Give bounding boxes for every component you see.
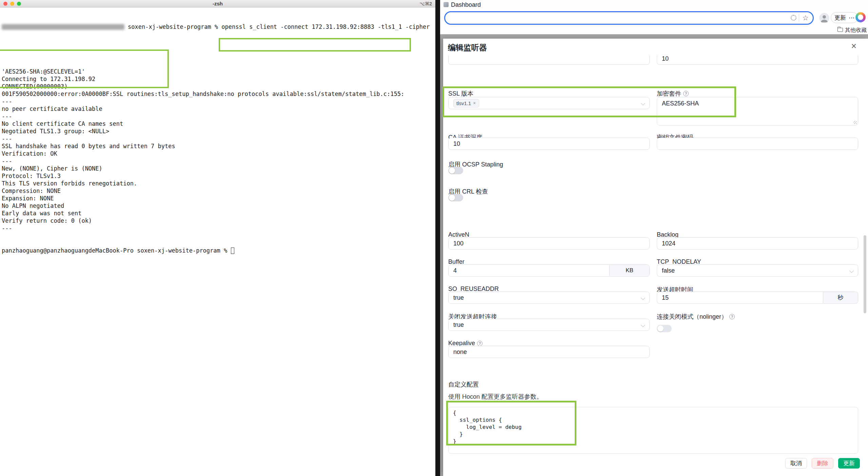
terminal-line: Protocol: TLSv1.3 — [2, 172, 435, 180]
ssl-versions-select[interactable]: tlsv1.1 × — [448, 97, 650, 109]
help-icon[interactable]: ? — [683, 91, 689, 96]
terminal-output[interactable]: soxen-xj-website-program % openssl s_cli… — [0, 7, 435, 476]
chevron-down-icon — [641, 323, 645, 327]
keepalive-input[interactable]: none — [448, 346, 650, 358]
terminal-line: SSL handshake has read 0 bytes and writt… — [2, 142, 435, 150]
activen-input[interactable]: 100 — [448, 237, 650, 250]
terminal-line: --- — [2, 135, 435, 142]
terminal-line: This TLS version forbids renegotiation. — [2, 180, 435, 187]
bookmarks-bar: 其他收藏夹 — [440, 26, 868, 34]
terminal-titlebar: -zsh ⌥⌘2 — [0, 0, 435, 7]
cancel-button[interactable]: 取消 — [785, 458, 807, 469]
ciphers-textarea[interactable]: AES256-SHA — [657, 97, 858, 125]
close-on-timeout-select[interactable]: true — [448, 319, 650, 331]
terminal-line: CONNECTED(00000003) — [2, 83, 435, 90]
ca-depth-input[interactable]: 10 — [448, 138, 650, 150]
modal-backdrop-top — [440, 34, 868, 39]
terminal-window: -zsh ⌥⌘2 soxen-xj-website-program % open… — [0, 0, 435, 476]
nolinger-toggle[interactable] — [657, 325, 672, 332]
dialog-footer: 取消 删除 更新 — [785, 458, 860, 469]
close-icon[interactable]: × — [851, 41, 856, 51]
clipped-input-left[interactable] — [448, 55, 650, 65]
custom-config-heading: 自定义配置 — [448, 380, 479, 389]
update-button[interactable]: 更新 — [838, 458, 860, 469]
browser-tab-strip: Dashboard — [440, 0, 868, 9]
buffer-unit: KB — [609, 265, 649, 276]
tab-favicon-icon — [443, 2, 449, 7]
terminal-line: Early data was not sent — [2, 210, 435, 217]
dialog-title: 编辑监听器 — [448, 42, 487, 53]
browser-toolbar: ☆ 更新 ⋯ — [440, 9, 868, 26]
terminal-title: -zsh — [0, 1, 435, 6]
settings-more-icon[interactable]: ⋯ — [849, 14, 854, 21]
terminal-line: --- — [2, 113, 435, 120]
terminal-line: Compression: NONE — [2, 187, 435, 195]
terminal-line: Verify return code: 0 (ok) — [2, 217, 435, 224]
hocon-code-line: } — [453, 438, 858, 445]
terminal-line: Expansion: NONE — [2, 195, 435, 202]
crl-label: 启用 CRL 检查 — [448, 187, 650, 196]
terminal-line: Verification: OK — [2, 150, 435, 157]
terminal-prompt-line: panzhaoguang@panzhaoguangdeMacBook-Pro s… — [2, 247, 435, 254]
ssl-versions-label: SSL 版本 — [448, 90, 650, 98]
terminal-line: --- — [2, 98, 435, 105]
ciphers-label: 加密套件? — [657, 90, 858, 98]
profile-avatar[interactable] — [819, 13, 829, 23]
clipped-input-right[interactable]: 10 — [657, 55, 858, 65]
custom-config-description: 使用 Hocon 配置更多监听器参数。 — [448, 393, 542, 401]
terminal-line: --- — [2, 224, 435, 232]
hocon-code-line: { — [453, 409, 858, 416]
terminal-lines: 'AES256-SHA:@SECLEVEL=1'Connecting to 17… — [2, 45, 435, 232]
terminal-cursor — [231, 247, 234, 254]
browser-tab-dashboard[interactable]: Dashboard — [451, 1, 481, 8]
address-bar[interactable]: ☆ — [444, 11, 814, 25]
hocon-editor[interactable]: { ssl_options { log_level = debug }} — [448, 407, 858, 454]
backlog-input[interactable]: 1024 — [657, 237, 858, 250]
terminal-line: Connecting to 172.31.198.92 — [2, 75, 435, 83]
hocon-code-line: ssl_options { — [453, 416, 858, 423]
tag-close-icon[interactable]: × — [473, 100, 476, 106]
ssl-version-tag[interactable]: tlsv1.1 × — [453, 99, 479, 107]
modal-backdrop-left — [440, 34, 443, 476]
terminal-line: New, (NONE), Cipher is (NONE) — [2, 165, 435, 172]
terminal-line: Negotiated TLS1.3 group: <NULL> — [2, 127, 435, 135]
hocon-code-line: log_level = debug — [453, 423, 858, 431]
terminal-shortcut-hint: ⌥⌘2 — [419, 1, 432, 6]
desktop-gap — [435, 0, 440, 476]
terminal-line: No ALPN negotiated — [2, 202, 435, 210]
send-timeout-unit: 秒 — [823, 292, 858, 303]
favorite-star-icon[interactable]: ☆ — [802, 13, 809, 23]
ocsp-label: 启用 OCSP Stapling — [448, 160, 650, 168]
buffer-input[interactable]: 4 KB — [448, 264, 650, 277]
tracking-prevention-icon[interactable] — [791, 15, 796, 21]
help-icon[interactable]: ? — [729, 314, 735, 319]
key-password-input[interactable] — [657, 138, 858, 150]
browser-update-button[interactable]: 更新 ⋯ — [831, 12, 858, 23]
address-bar-divider — [799, 14, 799, 22]
edit-listener-dialog: 编辑监听器 × 10 SSL 版本 加密套件? tlsv1.1 × AES256… — [443, 39, 868, 476]
chevron-down-icon — [849, 269, 854, 273]
tcp-nodelay-select[interactable]: false — [657, 264, 858, 277]
resize-handle[interactable] — [853, 121, 857, 124]
send-timeout-input[interactable]: 15 秒 — [657, 292, 858, 304]
redacted-prompt-blur — [2, 24, 124, 30]
browser-window: Dashboard ☆ 更新 ⋯ 其他收藏夹 编辑监听器 × 10 SSL 版本 — [440, 0, 868, 476]
copilot-icon[interactable] — [855, 12, 866, 22]
dialog-scrollbar-thumb[interactable] — [864, 235, 866, 313]
chevron-down-icon — [641, 296, 645, 300]
terminal-line: --- — [2, 157, 435, 165]
clipped-form-row: 10 — [448, 55, 858, 65]
so-reuseaddr-select[interactable]: true — [448, 292, 650, 304]
terminal-line: no peer certificate available — [2, 105, 435, 113]
terminal-line: 'AES256-SHA:@SECLEVEL=1' — [2, 68, 435, 75]
terminal-line: 001F590502000000:error:0A0000BF:SSL rout… — [2, 90, 435, 98]
terminal-command-line: soxen-xj-website-program % openssl s_cli… — [2, 23, 435, 31]
terminal-line: No client certificate CA names sent — [2, 120, 435, 127]
ocsp-toggle[interactable] — [448, 167, 463, 174]
nolinger-label: 连接关闭模式（nolinger）? — [657, 313, 858, 321]
delete-button[interactable]: 删除 — [812, 458, 833, 469]
crl-toggle[interactable] — [448, 194, 463, 201]
chevron-down-icon — [641, 101, 645, 105]
address-input[interactable] — [451, 13, 784, 23]
help-icon[interactable]: ? — [477, 341, 482, 346]
